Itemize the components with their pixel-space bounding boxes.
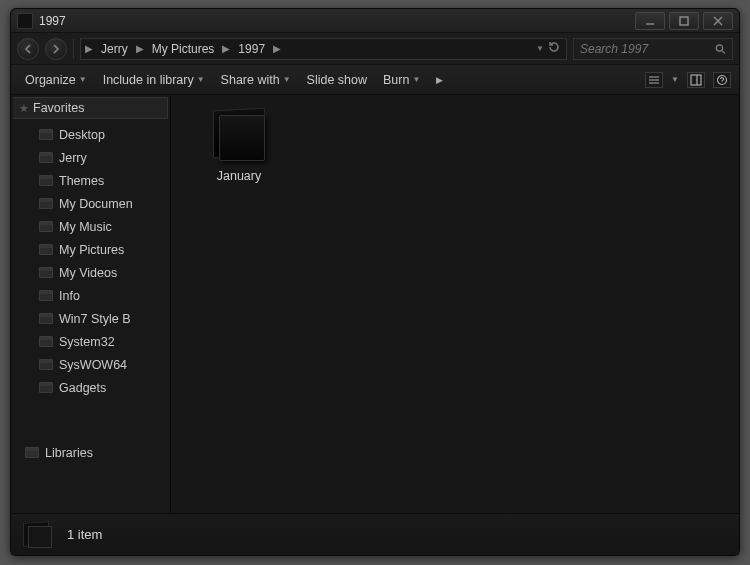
forward-arrow-icon <box>51 44 61 54</box>
sidebar-item[interactable]: My Pictures <box>11 238 170 261</box>
slideshow-button[interactable]: Slide show <box>301 69 373 91</box>
window-icon <box>17 13 33 29</box>
sidebar-item-label: Gadgets <box>59 381 106 395</box>
folder-icon <box>39 221 53 232</box>
chevron-down-icon: ▼ <box>197 75 205 84</box>
help-button[interactable] <box>713 72 731 88</box>
favorites-header[interactable]: ★ Favorites <box>13 97 168 119</box>
folder-icon <box>39 267 53 278</box>
svg-point-1 <box>717 44 723 50</box>
folder-label: January <box>217 169 261 183</box>
refresh-icon <box>548 41 560 53</box>
refresh-button[interactable] <box>548 41 560 56</box>
folder-icon <box>39 244 53 255</box>
share-with-menu[interactable]: Share with▼ <box>215 69 297 91</box>
libraries-header[interactable]: Libraries <box>11 441 170 464</box>
chevron-down-icon: ▼ <box>79 75 87 84</box>
chevron-right-icon: ▶ <box>220 43 232 54</box>
sidebar-item[interactable]: Gadgets <box>11 376 170 399</box>
search-box[interactable] <box>573 38 733 60</box>
folder-icon <box>39 198 53 209</box>
sidebar-item-label: Info <box>59 289 80 303</box>
close-icon <box>713 16 723 26</box>
sidebar-item[interactable]: My Music <box>11 215 170 238</box>
breadcrumb-part[interactable]: Jerry <box>95 39 134 59</box>
command-bar: Organize▼ Include in library▼ Share with… <box>11 65 739 95</box>
folder-icon <box>39 129 53 140</box>
window-buttons <box>631 12 733 30</box>
search-input[interactable] <box>580 42 711 56</box>
address-bar[interactable]: ▶ Jerry ▶ My Pictures ▶ 1997 ▶ ▼ <box>80 38 567 60</box>
sidebar-item[interactable]: System32 <box>11 330 170 353</box>
sidebar-item-label: My Music <box>59 220 112 234</box>
change-view-button[interactable] <box>645 72 663 88</box>
folder-icon <box>39 336 53 347</box>
address-bar-end: ▼ <box>536 41 564 56</box>
sidebar-item[interactable]: My Videos <box>11 261 170 284</box>
chevron-right-icon: ▶ <box>134 43 146 54</box>
svg-rect-0 <box>680 17 688 25</box>
chevron-down-icon[interactable]: ▼ <box>671 75 679 84</box>
sidebar-item[interactable]: My Documen <box>11 192 170 215</box>
navigation-pane[interactable]: ★ Favorites Desktop Jerry Themes My Docu… <box>11 95 171 513</box>
close-button[interactable] <box>703 12 733 30</box>
maximize-button[interactable] <box>669 12 699 30</box>
include-in-library-menu[interactable]: Include in library▼ <box>97 69 211 91</box>
chevron-down-icon: ▼ <box>412 75 420 84</box>
command-bar-right: ▼ <box>645 72 731 88</box>
sidebar-item[interactable]: SysWOW64 <box>11 353 170 376</box>
sidebar-item-label: Win7 Style B <box>59 312 131 326</box>
folder-item[interactable]: January <box>193 103 285 183</box>
menu-label: Slide show <box>307 73 367 87</box>
help-icon <box>716 74 728 86</box>
folder-icon <box>39 175 53 186</box>
content-pane[interactable]: January <box>171 95 739 513</box>
details-summary: 1 item <box>67 527 102 542</box>
sidebar-item-label: Desktop <box>59 128 105 142</box>
nav-separator <box>73 39 74 59</box>
preview-pane-icon <box>690 74 702 86</box>
menu-label: Share with <box>221 73 280 87</box>
sidebar-item[interactable]: Win7 Style B <box>11 307 170 330</box>
burn-menu[interactable]: Burn▼ <box>377 69 426 91</box>
overflow-chevron-icon[interactable]: ▶ <box>430 75 449 85</box>
sidebar-item[interactable]: Jerry <box>11 146 170 169</box>
sidebar-item-label: Jerry <box>59 151 87 165</box>
sidebar-item[interactable]: Info <box>11 284 170 307</box>
forward-button[interactable] <box>45 38 67 60</box>
section-label: Favorites <box>33 101 84 115</box>
chevron-right-icon: ▶ <box>83 43 95 54</box>
details-pane: 1 item <box>11 513 739 555</box>
svg-point-3 <box>718 75 727 84</box>
preview-pane-button[interactable] <box>687 72 705 88</box>
organize-menu[interactable]: Organize▼ <box>19 69 93 91</box>
section-label: Libraries <box>45 446 93 460</box>
folder-icon <box>39 359 53 370</box>
history-dropdown-icon[interactable]: ▼ <box>536 44 544 53</box>
menu-label: Include in library <box>103 73 194 87</box>
maximize-icon <box>679 16 689 26</box>
star-icon: ★ <box>19 102 29 115</box>
search-icon <box>715 43 726 55</box>
sidebar-item-label: My Pictures <box>59 243 124 257</box>
chevron-down-icon: ▼ <box>283 75 291 84</box>
breadcrumb-part[interactable]: My Pictures <box>146 39 221 59</box>
folder-icon <box>39 382 53 393</box>
titlebar[interactable]: 1997 <box>11 9 739 33</box>
minimize-button[interactable] <box>635 12 665 30</box>
view-icon <box>648 74 660 86</box>
svg-rect-2 <box>691 75 701 85</box>
folder-icon <box>39 313 53 324</box>
sidebar-item-label: My Documen <box>59 197 133 211</box>
sidebar-item[interactable]: Themes <box>11 169 170 192</box>
back-arrow-icon <box>23 44 33 54</box>
chevron-right-icon: ▶ <box>271 43 283 54</box>
breadcrumb-part[interactable]: 1997 <box>232 39 271 59</box>
navbar: ▶ Jerry ▶ My Pictures ▶ 1997 ▶ ▼ <box>11 33 739 65</box>
details-thumbnail-icon <box>21 520 55 550</box>
back-button[interactable] <box>17 38 39 60</box>
libraries-icon <box>25 447 39 458</box>
view-toggle: ▼ <box>645 72 731 88</box>
explorer-window: 1997 ▶ Jerry ▶ My Pictures ▶ 1 <box>10 8 740 556</box>
sidebar-item[interactable]: Desktop <box>11 123 170 146</box>
